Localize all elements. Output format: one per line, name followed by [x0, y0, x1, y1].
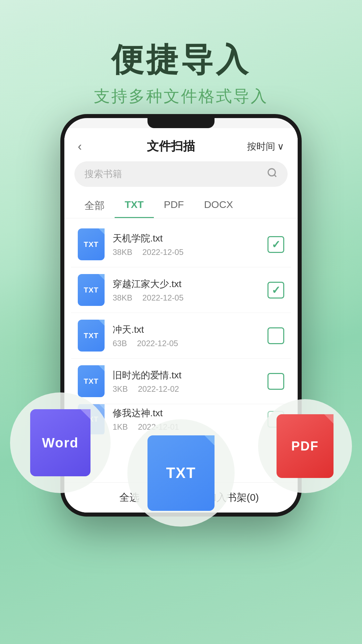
toolbar-title: 文件扫描 [95, 138, 247, 155]
file-info: 冲天.txt 63B 2022-12-05 [113, 323, 267, 348]
sub-title: 支持多种文件格式导入 [0, 86, 362, 107]
tab-pdf[interactable]: PDF [154, 194, 194, 218]
file-meta: 1KB 2022-12-01 [113, 422, 267, 432]
sort-chevron-icon: ∨ [277, 141, 284, 152]
file-type-icon: TXT [78, 365, 105, 397]
file-list: TXT 天机学院.txt 38KB 2022-12-05 TXT [64, 222, 298, 482]
file-checkbox[interactable] [267, 373, 284, 390]
file-date: 2022-12-05 [142, 293, 184, 303]
file-date: 2022-12-01 [138, 422, 179, 432]
file-size: 38KB [113, 248, 132, 257]
file-name: 穿越江家大少.txt [113, 278, 267, 290]
file-checkbox[interactable] [267, 236, 284, 253]
file-type-icon: TXT [78, 228, 105, 260]
phone-frame: ‹ 文件扫描 按时间 ∨ 搜索书籍 [60, 114, 302, 517]
file-meta: 38KB 2022-12-05 [113, 248, 267, 257]
header-section: 便捷导入 支持多种文件格式导入 [0, 0, 362, 107]
file-size: 3KB [113, 384, 128, 394]
bottom-bar: 全选 加入书架(0) [64, 482, 298, 513]
toolbar: ‹ 文件扫描 按时间 ∨ [64, 128, 298, 161]
file-date: 2022-12-05 [142, 248, 184, 257]
file-meta: 3KB 2022-12-02 [113, 384, 267, 394]
tab-docx[interactable]: DOCX [194, 194, 243, 218]
file-type-icon: TXT [78, 274, 105, 306]
search-bar[interactable]: 搜索书籍 [74, 161, 288, 187]
select-all-button[interactable]: 全选 [78, 491, 181, 504]
file-meta: 38KB 2022-12-05 [113, 293, 267, 303]
tab-bar: 全部 TXT PDF DOCX [64, 194, 298, 218]
search-placeholder: 搜索书籍 [84, 168, 267, 180]
app-content: ‹ 文件扫描 按时间 ∨ 搜索书籍 [64, 128, 298, 513]
file-name: 修我达神.txt [113, 407, 267, 420]
tab-all[interactable]: 全部 [74, 194, 115, 218]
search-icon [267, 167, 278, 181]
file-item[interactable]: TXT 旧时光的爱情.txt 3KB 2022-12-02 [71, 359, 291, 404]
file-info: 天机学院.txt 38KB 2022-12-05 [113, 232, 267, 257]
phone-notch [147, 118, 215, 128]
back-button[interactable]: ‹ [78, 140, 95, 154]
main-title: 便捷导入 [0, 40, 362, 79]
file-date: 2022-12-05 [137, 339, 178, 348]
svg-line-1 [274, 175, 276, 177]
file-checkbox[interactable] [267, 411, 284, 428]
file-size: 38KB [113, 293, 132, 303]
phone-mockup: ‹ 文件扫描 按时间 ∨ 搜索书籍 [60, 114, 302, 517]
phone-screen: ‹ 文件扫描 按时间 ∨ 搜索书籍 [64, 118, 298, 513]
file-item[interactable]: TXT 冲天.txt 63B 2022-12-05 [71, 313, 291, 359]
file-info: 修我达神.txt 1KB 2022-12-01 [113, 407, 267, 432]
file-info: 穿越江家大少.txt 38KB 2022-12-05 [113, 278, 267, 303]
add-to-shelf-button[interactable]: 加入书架(0) [181, 491, 284, 504]
file-name: 冲天.txt [113, 323, 267, 336]
sort-label: 按时间 [247, 140, 275, 153]
file-size: 1KB [113, 422, 128, 432]
sort-button[interactable]: 按时间 ∨ [247, 140, 284, 153]
file-checkbox[interactable] [267, 282, 284, 299]
file-info: 旧时光的爱情.txt 3KB 2022-12-02 [113, 369, 267, 394]
file-name: 天机学院.txt [113, 232, 267, 245]
file-date: 2022-12-02 [138, 384, 179, 394]
file-type-icon: TXT [78, 320, 105, 352]
file-meta: 63B 2022-12-05 [113, 339, 267, 348]
file-item-partial[interactable]: TXT 修我达神.txt 1KB 2022-12-01 [71, 404, 291, 434]
file-type-icon: TXT [78, 404, 105, 434]
file-size: 63B [113, 339, 127, 348]
file-item[interactable]: TXT 穿越江家大少.txt 38KB 2022-12-05 [71, 267, 291, 313]
svg-point-0 [268, 169, 275, 176]
file-item[interactable]: TXT 天机学院.txt 38KB 2022-12-05 [71, 222, 291, 267]
tab-txt[interactable]: TXT [115, 194, 154, 218]
file-name: 旧时光的爱情.txt [113, 369, 267, 382]
file-checkbox[interactable] [267, 327, 284, 344]
